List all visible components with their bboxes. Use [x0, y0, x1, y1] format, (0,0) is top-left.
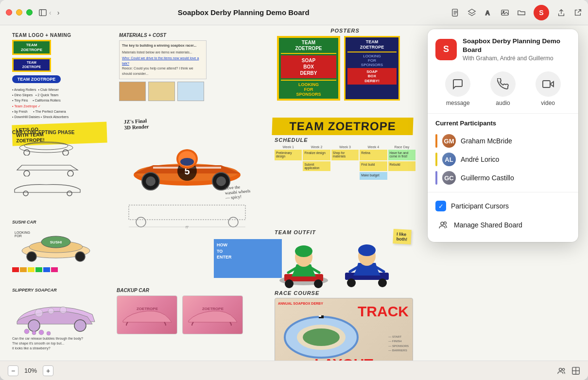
color-swatches [12, 267, 100, 272]
render-section: JZ's Final3D Render [124, 115, 265, 222]
materials-items [119, 82, 236, 101]
svg-point-14 [24, 171, 30, 176]
schedule-row-2: Submit application First build Rebuild [275, 161, 415, 171]
race-car-render: 5 Love thewasabi wheels— spicy! [124, 129, 250, 202]
character-1 [275, 238, 333, 291]
message-action-label: message [446, 100, 470, 106]
collaborators-icon[interactable] [557, 366, 566, 375]
zoom-out-button[interactable]: − [8, 365, 18, 376]
folder-icon[interactable] [517, 8, 526, 17]
zoom-in-button[interactable]: + [43, 365, 53, 376]
manage-board-label: Manage Shared Board [454, 221, 522, 229]
schedule-row-1: Preliminary design Finalize design Shop … [275, 150, 415, 160]
bottom-right-icons [557, 366, 580, 375]
svg-text:ZOETROPE: ZOETROPE [202, 307, 224, 311]
extra-options: ✓ Participant Cursors Manage Shared Boar… [428, 197, 578, 242]
popover-board-info: Soapbox Derby Planning Demo Board With G… [463, 37, 571, 62]
yellow-banner-text: TEAM ZOETROPE [272, 118, 413, 135]
sushi-car-title: SUSHI CAR [12, 220, 100, 225]
svg-point-65 [358, 244, 376, 256]
svg-rect-8 [502, 10, 508, 15]
team-logo-section: TEAM LOGO + NAMING TEAMZOETROPE TEAMZOET… [12, 33, 107, 144]
message-action-button[interactable]: message [445, 71, 470, 106]
svg-text:FOR: FOR [15, 234, 22, 238]
grid-view-icon[interactable] [571, 366, 580, 375]
svg-rect-79 [543, 81, 550, 87]
document-icon[interactable] [451, 8, 460, 17]
svg-point-38 [75, 252, 85, 261]
participants-title: Current Participants [435, 120, 571, 127]
how-to-enter-section: HOWTOENTER [214, 239, 282, 278]
svg-point-37 [27, 252, 36, 261]
action-row: message audio video [428, 68, 578, 114]
share-icon[interactable] [557, 8, 566, 17]
yellow-banner-section: TEAM ZOETROPE [272, 118, 413, 136]
guillermo-color-bar [435, 171, 437, 185]
participant-graham[interactable]: GM Graham McBride [435, 132, 571, 150]
svg-point-31 [228, 217, 238, 227]
minimize-button[interactable] [16, 9, 22, 16]
svg-point-74 [562, 368, 565, 371]
external-link-icon[interactable] [573, 8, 582, 17]
logo-zoetrope-green: TEAMZOETROPE [12, 40, 51, 55]
logo-zoetrope-blue: TEAMZOETROPE [12, 58, 51, 72]
schedule-headers: Week 1 Week 2 Week 3 Week 4 Race Day [275, 145, 415, 149]
race-track-card: ANNUAL SOAPBOX DERBY TRACK LAYOUT [275, 298, 413, 361]
race-course-title: RACE COURSE [275, 290, 413, 296]
svg-point-56 [314, 279, 323, 288]
titlebar: ‹ › Soapbox Derby Planning Demo Board A … [0, 0, 588, 25]
video-action-button[interactable]: video [536, 71, 561, 106]
zoom-controls: − 10% + [8, 365, 53, 376]
annual-label: ANNUAL SOAPBOX DERBY [278, 301, 323, 306]
participant-guillermo[interactable]: GC Guillermo Castillo [435, 169, 571, 187]
schedule-title: SCHEDULE [275, 137, 415, 143]
schedule-row-3: Make budget [275, 172, 415, 180]
backup-car-photos: ZOETROPE ZOETROPE [117, 295, 253, 334]
audio-action-button[interactable]: audio [490, 71, 516, 106]
image-icon[interactable] [501, 8, 509, 17]
svg-point-46 [60, 307, 67, 313]
svg-point-73 [559, 368, 562, 370]
traffic-lights [6, 9, 33, 16]
svg-point-16 [23, 191, 28, 196]
graham-avatar: GM [442, 134, 456, 148]
svg-marker-6 [468, 9, 475, 13]
svg-point-12 [24, 150, 30, 155]
layers-icon[interactable] [467, 8, 476, 17]
text-icon[interactable]: A [484, 8, 493, 17]
svg-rect-72 [319, 315, 321, 317]
popover-board-icon: S [435, 39, 457, 60]
team-outfit-section: TEAM OUTFIT [275, 229, 411, 291]
svg-point-63 [378, 278, 387, 287]
svg-point-47 [24, 329, 29, 334]
materials-doc: The key to building a winning soapbox ra… [119, 40, 207, 79]
slippery-car-sketch [12, 293, 109, 336]
cursors-option-label: Participant Cursors [451, 202, 509, 210]
outfit-characters: I likeboth! [275, 238, 411, 291]
track-legend: — START— FINISH— SPONSORS— BARRIERS [388, 335, 409, 353]
participants-section: Current Participants GM Graham McBride A… [428, 114, 578, 187]
maximize-button[interactable] [26, 9, 33, 16]
backup-car-photo-1: ZOETROPE [117, 295, 177, 334]
svg-point-13 [63, 150, 69, 155]
participant-cursors-option[interactable]: ✓ Participant Cursors [435, 197, 571, 215]
logo-oval-blue: TEAM ZOOTROPE [12, 75, 61, 83]
svg-text:ZOETROPE: ZOETROPE [136, 307, 158, 311]
close-button[interactable] [6, 9, 12, 16]
slippery-notes: Can the car release bubbles through the … [12, 336, 109, 350]
svg-text:LOOKING: LOOKING [15, 231, 30, 234]
user-avatar[interactable]: S [534, 5, 549, 20]
car-sketch-3 [12, 179, 134, 196]
svg-point-42 [28, 320, 40, 331]
sushi-car-sketch: SUSHI LOOKING FOR [12, 226, 100, 265]
team-outfit-title: TEAM OUTFIT [275, 229, 411, 235]
participant-andre[interactable]: AL André Lorico [435, 150, 571, 169]
poster-left: TEAMZOETROPE SOAPBOXDERBY LOOKINGFORSPON… [277, 36, 340, 101]
svg-text:f7: f7 [186, 225, 189, 229]
backup-car-photo-2: ZOETROPE [182, 295, 243, 334]
svg-point-48 [32, 331, 36, 335]
car-sketch-1 [12, 137, 134, 155]
zoom-level-display: 10% [21, 367, 40, 374]
track-label: TRACK [358, 304, 409, 319]
manage-shared-board-option[interactable]: Manage Shared Board [435, 215, 571, 235]
